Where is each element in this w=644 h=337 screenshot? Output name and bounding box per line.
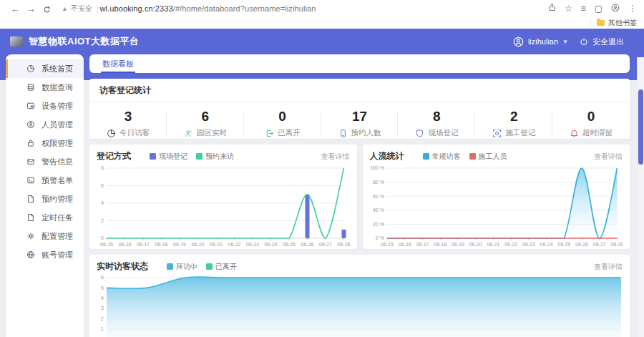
- svg-text:06-16: 06-16: [398, 242, 411, 247]
- legend-item[interactable]: 拜访中: [167, 262, 197, 272]
- svg-text:06-18: 06-18: [155, 242, 168, 247]
- url-host: wl.ubooking.cn:2333: [100, 4, 173, 13]
- stat-item: 0超时滞留: [552, 109, 630, 138]
- other-bookmarks[interactable]: 其他书签: [608, 18, 637, 28]
- address-bar[interactable]: wl.ubooking.cn:2333/#/home/databoard?use…: [100, 4, 316, 13]
- stat-value: 3: [89, 109, 167, 124]
- app-header: 智慧物联AIOT大数据平台 lizihulian ▼ 安全退出: [0, 29, 644, 54]
- svg-text:6: 6: [101, 275, 104, 280]
- legend-item[interactable]: 现场登记: [150, 152, 187, 162]
- sidebar-item[interactable]: 数据查询: [6, 78, 84, 97]
- svg-text:06-24: 06-24: [265, 242, 278, 247]
- alarm-icon: [570, 129, 579, 138]
- stat-label: 今日访客: [119, 128, 150, 138]
- sidebar-item[interactable]: 预约管理: [6, 190, 84, 208]
- svg-text:0: 0: [101, 236, 104, 241]
- svg-text:06-20: 06-20: [469, 242, 482, 247]
- sidebar-item[interactable]: 人员管理: [6, 115, 84, 134]
- legend-item[interactable]: 施工人员: [469, 152, 507, 162]
- chart-title: 人流统计: [370, 150, 404, 162]
- stat-item: 3今日访客: [89, 109, 167, 138]
- registration-method-card: 登记方式 现场登记预约来访 查看详情 0246806-1506-1606-170…: [89, 145, 357, 249]
- doc-icon: [26, 213, 35, 222]
- username[interactable]: lizihulian: [528, 37, 558, 46]
- svg-text:06-16: 06-16: [119, 242, 132, 247]
- legend-swatch: [167, 263, 173, 270]
- svg-text:100 %: 100 %: [370, 166, 384, 171]
- browser-toolbar: ← → ▲ 不安全 | wl.ubooking.cn:2333/#/home/d…: [0, 0, 644, 17]
- app-title: 智慧物联AIOT大数据平台: [29, 35, 140, 48]
- reload-icon[interactable]: [39, 4, 54, 14]
- tab-bar: 数据看板: [89, 54, 630, 73]
- people-flow-card: 人流统计 常规访客施工人员 查看详情 0 %20 %40 %60 %80 %10…: [363, 145, 630, 249]
- back-icon[interactable]: ←: [7, 4, 23, 14]
- stat-item: 2施工登记: [475, 109, 552, 138]
- svg-text:06-26: 06-26: [575, 242, 588, 247]
- svg-text:20 %: 20 %: [373, 222, 384, 227]
- stat-item: 0已离开: [244, 109, 321, 138]
- legend-label: 常规访客: [432, 152, 461, 162]
- sidebar-item-label: 设备管理: [42, 101, 73, 112]
- stat-value: 8: [398, 109, 475, 124]
- sidebar-item[interactable]: 权限管理: [6, 134, 84, 152]
- stat-label: 预约人数: [351, 128, 381, 138]
- svg-text:0 %: 0 %: [375, 236, 384, 241]
- svg-text:06-27: 06-27: [319, 242, 332, 247]
- view-details-link[interactable]: 查看详情: [321, 152, 350, 162]
- user-icon: [26, 120, 35, 129]
- stat-item: 8现场登记: [398, 109, 475, 138]
- svg-text:06-17: 06-17: [137, 242, 150, 247]
- svg-text:06-26: 06-26: [301, 242, 314, 247]
- db-icon: [26, 83, 35, 92]
- sidebar-item[interactable]: 设备管理: [6, 97, 84, 115]
- sidebar-item[interactable]: 系统首页: [6, 59, 84, 78]
- view-details-link[interactable]: 查看详情: [594, 152, 623, 162]
- chart-legend: 现场登记预约来访: [150, 152, 234, 162]
- stats-row: 3今日访客6园区实时0已离开17预约人数8现场登记2施工登记0超时滞留: [89, 109, 630, 138]
- realtime-visitor-chart: 0123456: [97, 274, 623, 337]
- svg-text:2: 2: [101, 316, 104, 321]
- share-icon[interactable]: [548, 4, 556, 14]
- sidebar-item[interactable]: 配置管理: [6, 227, 84, 245]
- sidebar-item-label: 账号管理: [42, 250, 73, 260]
- legend-swatch: [196, 153, 203, 160]
- svg-text:80 %: 80 %: [373, 180, 384, 185]
- legend-swatch: [423, 153, 429, 160]
- sidebar-item[interactable]: 定时任务: [6, 208, 84, 227]
- bookmarks-separator: |: [589, 19, 591, 27]
- legend-label: 已离开: [215, 262, 237, 272]
- side-panel-icon[interactable]: ▢: [595, 4, 602, 14]
- legend-item[interactable]: 已离开: [206, 262, 237, 272]
- security-indicator[interactable]: ▲ 不安全 |: [62, 4, 100, 14]
- legend-label: 施工人员: [479, 152, 507, 162]
- reading-list-icon[interactable]: ≡: [581, 4, 586, 14]
- svg-text:4: 4: [101, 201, 104, 206]
- term-icon: [26, 176, 35, 185]
- sidebar-item[interactable]: 账号管理: [6, 245, 84, 264]
- scrollbar-thumb[interactable]: [638, 89, 643, 165]
- logout-button[interactable]: 安全退出: [592, 36, 624, 47]
- legend-swatch: [150, 153, 156, 160]
- svg-text:06-25: 06-25: [283, 242, 296, 247]
- legend-item[interactable]: 预约来访: [196, 152, 234, 162]
- view-details-link[interactable]: 查看详情: [594, 262, 623, 272]
- svg-text:06-27: 06-27: [592, 242, 605, 247]
- pie-icon: [26, 64, 35, 73]
- sidebar-item[interactable]: 警告信息: [6, 152, 84, 171]
- svg-text:06-21: 06-21: [210, 242, 223, 247]
- menu-dots-icon[interactable]: ⋮: [628, 4, 637, 14]
- warning-icon: ▲: [62, 5, 68, 12]
- globe-icon: [26, 250, 35, 259]
- legend-item[interactable]: 常规访客: [423, 152, 461, 162]
- stat-value: 2: [475, 109, 552, 124]
- phone-icon: [338, 129, 348, 138]
- tab-data-dashboard[interactable]: 数据看板: [101, 55, 135, 73]
- bookmark-star-icon[interactable]: ☆: [565, 4, 572, 14]
- profile-avatar-icon[interactable]: [611, 4, 620, 14]
- face-icon: [492, 129, 502, 138]
- forward-icon[interactable]: →: [23, 4, 39, 14]
- sidebar-item[interactable]: 预警名单: [6, 171, 84, 190]
- power-icon[interactable]: [580, 37, 588, 46]
- chevron-down-icon[interactable]: ▼: [562, 39, 568, 45]
- stat-value: 6: [167, 109, 244, 124]
